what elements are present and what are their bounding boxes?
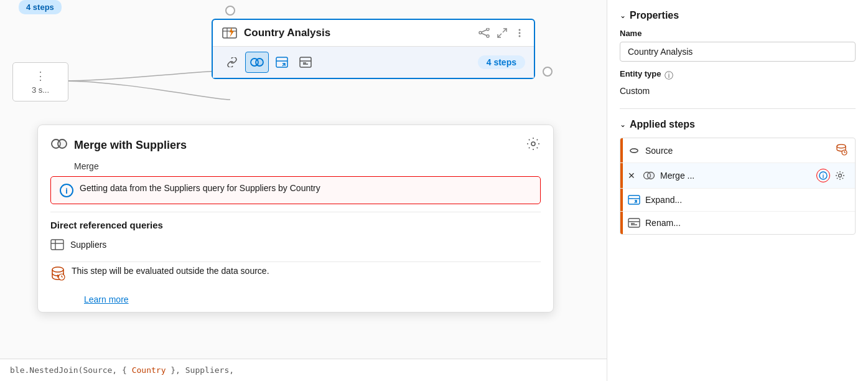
entity-type-label: Entity type	[620, 69, 661, 78]
step-source[interactable]: Source	[620, 138, 855, 163]
ref-item-label: Suppliers	[70, 240, 106, 250]
code-bar: ble.NestedJoin(Source, { Country }, Supp…	[0, 359, 607, 381]
popup-warning-text: This step will be evaluated outside the …	[72, 266, 269, 276]
popup-direct-refs: Direct referenced queries Suppliers	[38, 212, 553, 261]
svg-point-28	[531, 142, 535, 146]
svg-point-2	[543, 67, 552, 76]
properties-collapse-icon[interactable]: ⌄	[620, 11, 626, 20]
applied-steps-title: Applied steps	[630, 119, 695, 130]
popup-card: Merge with Suppliers Merge i Getting dat…	[37, 125, 554, 313]
code-text-prefix: ble.NestedJoin(Source, {	[10, 365, 132, 375]
step-expand-bar	[620, 189, 623, 211]
svg-marker-6	[230, 27, 234, 37]
info-icon: i	[60, 184, 73, 197]
svg-point-18	[256, 59, 263, 66]
step-expand-icon	[628, 194, 640, 206]
svg-point-27	[58, 139, 67, 148]
svg-point-7	[487, 28, 489, 31]
svg-rect-50	[628, 219, 640, 227]
svg-line-10	[482, 30, 487, 32]
svg-point-9	[479, 32, 482, 34]
entity-type-label-row: Entity type ⓘ	[620, 69, 856, 82]
toolbar-link-btn[interactable]	[222, 52, 243, 73]
svg-point-32	[52, 267, 63, 272]
svg-point-14	[519, 29, 521, 31]
step-merge-bar	[620, 163, 623, 188]
svg-rect-3	[223, 28, 236, 38]
popup-info-text: Getting data from the Suppliers query fo…	[80, 183, 320, 193]
step-expand[interactable]: Expand...	[620, 189, 855, 212]
popup-gear-icon[interactable]	[526, 136, 541, 154]
main-node: Country Analysis	[212, 19, 535, 79]
entity-type-value: Custom	[620, 86, 856, 96]
svg-line-12	[503, 29, 506, 32]
applied-steps-section: ⌄ Applied steps Source	[620, 119, 856, 235]
step-rename-label: Renam...	[645, 218, 847, 228]
code-text-suffix: }, Suppliers,	[166, 365, 234, 375]
svg-line-13	[498, 34, 502, 37]
toolbar-expand-btn[interactable]	[271, 52, 292, 73]
step-source-icon	[628, 144, 640, 157]
properties-title: Properties	[630, 10, 679, 21]
svg-point-38	[837, 144, 846, 148]
svg-text:i: i	[823, 173, 824, 179]
learn-more-link[interactable]: Learn more	[72, 292, 553, 312]
popup-ref-item: Suppliers	[50, 235, 541, 254]
svg-rect-29	[51, 240, 63, 250]
step-rename-icon	[628, 217, 640, 229]
step-merge-delete-btn[interactable]: ✕	[628, 171, 635, 181]
share-icon[interactable]	[478, 28, 490, 38]
name-label: Name	[620, 29, 856, 38]
steps-collapse-icon[interactable]: ⌄	[620, 120, 626, 129]
properties-section: ⌄ Properties Name Country Analysis Entit…	[620, 10, 856, 96]
step-merge[interactable]: ✕ Merge ... i	[620, 163, 855, 189]
popup-header: Merge with Suppliers	[38, 125, 553, 161]
svg-point-37	[630, 149, 638, 153]
left-node-dots: ⋮	[22, 69, 59, 83]
step-expand-label: Expand...	[645, 195, 847, 205]
node-header: Country Analysis	[213, 20, 534, 47]
popup-warning-box: This step will be evaluated outside the …	[50, 262, 541, 285]
step-source-clock-icon	[835, 143, 847, 158]
step-merge-label: Merge ...	[660, 171, 811, 181]
direct-refs-title: Direct referenced queries	[50, 220, 541, 230]
step-merge-info-btn[interactable]: i	[816, 169, 830, 182]
popup-subtitle: Merge	[38, 161, 553, 176]
node-title: Country Analysis	[244, 27, 330, 39]
canvas: 4 steps ⋮ 3 s... Country	[0, 0, 607, 381]
svg-point-43	[648, 172, 655, 179]
step-merge-icon	[643, 169, 655, 182]
name-value-box[interactable]: Country Analysis	[620, 42, 856, 62]
step-source-label: Source	[645, 146, 830, 156]
right-panel: ⌄ Properties Name Country Analysis Entit…	[607, 0, 868, 381]
svg-rect-47	[628, 195, 640, 204]
svg-point-8	[487, 35, 489, 37]
popup-info-box: i Getting data from the Suppliers query …	[50, 176, 541, 204]
step-rename[interactable]: Renam...	[620, 212, 855, 234]
svg-point-46	[839, 174, 842, 177]
svg-line-11	[482, 34, 487, 36]
entity-type-info-icon: ⓘ	[665, 70, 673, 82]
svg-rect-22	[300, 57, 311, 67]
step-source-bar	[620, 138, 623, 162]
svg-point-0	[226, 6, 235, 15]
code-keyword: Country	[132, 365, 166, 375]
popup-title: Merge with Suppliers	[74, 139, 187, 152]
node-steps-badge: 4 steps	[478, 55, 525, 69]
step-rename-bar	[620, 212, 623, 234]
popup-merge-icon	[50, 135, 68, 155]
svg-point-16	[519, 35, 521, 37]
node-title-icon	[222, 26, 239, 40]
expand-icon[interactable]	[497, 27, 508, 39]
table-icon	[50, 238, 64, 252]
warning-db-icon	[50, 266, 65, 281]
more-icon[interactable]	[514, 27, 525, 39]
properties-divider	[620, 108, 856, 109]
svg-point-15	[519, 32, 521, 34]
toolbar-merge-btn[interactable]	[245, 52, 269, 73]
left-node-label: 3 s...	[22, 85, 59, 95]
step-merge-gear-btn[interactable]	[833, 168, 847, 183]
toolbar-rename-btn[interactable]	[295, 52, 316, 73]
canvas-steps-badge: 4 steps	[19, 0, 62, 14]
node-toolbar: 4 steps	[213, 47, 534, 78]
